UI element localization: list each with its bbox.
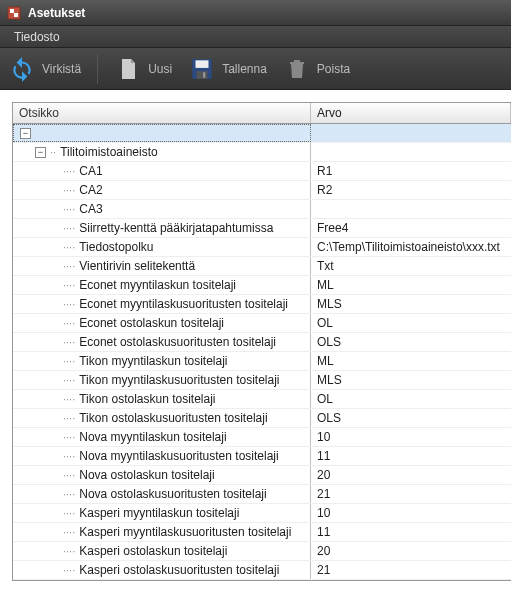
tree-leaf-row[interactable]: ····CA3	[13, 200, 511, 219]
group-value	[311, 143, 511, 161]
tree-connector-icon: ····	[63, 527, 75, 538]
refresh-button[interactable]: Virkistä	[8, 55, 81, 83]
setting-value[interactable]: MLS	[311, 371, 511, 389]
tree-leaf-row[interactable]: ····CA1R1	[13, 162, 511, 181]
tree-leaf-row[interactable]: ····CA2R2	[13, 181, 511, 200]
tree-connector-icon: ··	[50, 147, 56, 158]
setting-name: Kasperi ostolaskusuoritusten tositelaji	[79, 563, 279, 577]
tree-leaf-row[interactable]: ····Econet ostolaskun tositelajiOL	[13, 314, 511, 333]
setting-value[interactable]: OL	[311, 314, 511, 332]
tree-connector-icon: ····	[63, 185, 75, 196]
menu-file[interactable]: Tiedosto	[6, 28, 68, 46]
svg-rect-5	[197, 71, 208, 79]
setting-value[interactable]: 20	[311, 542, 511, 560]
tree-leaf-row[interactable]: ····Econet ostolaskusuoritusten tositela…	[13, 333, 511, 352]
save-icon	[188, 55, 216, 83]
save-button[interactable]: Tallenna	[188, 55, 267, 83]
tree-leaf-row[interactable]: ····Vientirivin selitekenttäTxt	[13, 257, 511, 276]
tree-connector-icon: ····	[63, 546, 75, 557]
tree-leaf-row[interactable]: ····Tikon myyntilaskun tositelajiML	[13, 352, 511, 371]
menu-bar: Tiedosto	[0, 26, 511, 48]
setting-value[interactable]: OLS	[311, 409, 511, 427]
svg-rect-6	[203, 72, 205, 77]
collapse-icon[interactable]: −	[20, 128, 31, 139]
setting-value[interactable]: MLS	[311, 295, 511, 313]
tree-connector-icon: ····	[63, 356, 75, 367]
setting-value[interactable]: Txt	[311, 257, 511, 275]
title-bar: Asetukset	[0, 0, 511, 26]
setting-value[interactable]: 11	[311, 447, 511, 465]
tree-leaf-row[interactable]: ····Kasperi ostolaskun tositelaji20	[13, 542, 511, 561]
setting-value[interactable]: ML	[311, 276, 511, 294]
window-title: Asetukset	[28, 6, 85, 20]
setting-value[interactable]: ML	[311, 352, 511, 370]
tree-leaf-row[interactable]: ····Kasperi myyntilaskusuoritusten tosit…	[13, 523, 511, 542]
tree-connector-icon: ····	[63, 242, 75, 253]
tree-leaf-row[interactable]: ····Tikon ostolaskusuoritusten tositelaj…	[13, 409, 511, 428]
setting-value[interactable]: 21	[311, 485, 511, 503]
delete-icon	[283, 55, 311, 83]
setting-name: CA2	[79, 183, 102, 197]
tree-leaf-row[interactable]: ····Siirretty-kenttä pääkirjatapahtumiss…	[13, 219, 511, 238]
new-button[interactable]: Uusi	[114, 55, 172, 83]
setting-name: Nova myyntilaskun tositelaji	[79, 430, 226, 444]
setting-name: Econet ostolaskun tositelaji	[79, 316, 224, 330]
tree-leaf-row[interactable]: ····Kasperi myyntilaskun tositelaji10	[13, 504, 511, 523]
tree-leaf-row[interactable]: ····Tikon ostolaskun tositelajiOL	[13, 390, 511, 409]
tree-leaf-row[interactable]: ····Kasperi ostolaskusuoritusten tositel…	[13, 561, 511, 580]
tree-connector-icon: ····	[63, 451, 75, 462]
setting-name: Nova myyntilaskusuoritusten tositelaji	[79, 449, 278, 463]
tree-leaf-row[interactable]: ····Nova myyntilaskun tositelaji10	[13, 428, 511, 447]
delete-label: Poista	[317, 62, 350, 76]
settings-grid[interactable]: Otsikko Arvo − − ·· Tilitoimistoaineisto	[12, 102, 511, 581]
setting-name: Tikon ostolaskun tositelaji	[79, 392, 215, 406]
setting-value[interactable]: OLS	[311, 333, 511, 351]
tree-connector-icon: ····	[63, 489, 75, 500]
setting-name: CA1	[79, 164, 102, 178]
toolbar-separator	[97, 54, 98, 84]
tree-connector-icon: ····	[63, 413, 75, 424]
refresh-label: Virkistä	[42, 62, 81, 76]
column-header-name[interactable]: Otsikko	[13, 103, 311, 123]
root-value	[311, 124, 511, 142]
tree-connector-icon: ····	[63, 223, 75, 234]
setting-value[interactable]: 21	[311, 561, 511, 579]
tree-leaf-row[interactable]: ····Nova ostolaskusuoritusten tositelaji…	[13, 485, 511, 504]
setting-value[interactable]: C:\Temp\Tilitoimistoaineisto\xxx.txt	[311, 238, 511, 256]
setting-value[interactable]: R2	[311, 181, 511, 199]
setting-value[interactable]: 10	[311, 504, 511, 522]
svg-rect-4	[196, 60, 209, 68]
tree-connector-icon: ····	[63, 375, 75, 386]
tree-leaf-row[interactable]: ····Econet myyntilaskusuoritusten tosite…	[13, 295, 511, 314]
tree-connector-icon: ····	[63, 337, 75, 348]
setting-name: Kasperi myyntilaskusuoritusten tositelaj…	[79, 525, 291, 539]
tree-leaf-row[interactable]: ····TiedostopolkuC:\Temp\Tilitoimistoain…	[13, 238, 511, 257]
setting-value[interactable]: Free4	[311, 219, 511, 237]
setting-name: Kasperi myyntilaskun tositelaji	[79, 506, 239, 520]
column-header-value[interactable]: Arvo	[311, 103, 511, 123]
setting-value[interactable]: OL	[311, 390, 511, 408]
setting-name: Nova ostolaskusuoritusten tositelaji	[79, 487, 266, 501]
collapse-icon[interactable]: −	[35, 147, 46, 158]
tree-connector-icon: ····	[63, 261, 75, 272]
tree-root-row[interactable]: −	[13, 124, 511, 143]
tree-leaf-row[interactable]: ····Nova ostolaskun tositelaji20	[13, 466, 511, 485]
setting-value[interactable]: 11	[311, 523, 511, 541]
setting-value[interactable]: 10	[311, 428, 511, 446]
setting-name: CA3	[79, 202, 102, 216]
tree-leaf-row[interactable]: ····Econet myyntilaskun tositelajiML	[13, 276, 511, 295]
setting-value[interactable]: R1	[311, 162, 511, 180]
tree-leaf-row[interactable]: ····Nova myyntilaskusuoritusten tositela…	[13, 447, 511, 466]
save-label: Tallenna	[222, 62, 267, 76]
refresh-icon	[8, 55, 36, 83]
tree-connector-icon: ····	[63, 204, 75, 215]
setting-value[interactable]	[311, 200, 511, 218]
tree-connector-icon: ····	[63, 318, 75, 329]
delete-button[interactable]: Poista	[283, 55, 350, 83]
tree-connector-icon: ····	[63, 394, 75, 405]
tree-group-row[interactable]: − ·· Tilitoimistoaineisto	[13, 143, 511, 162]
setting-value[interactable]: 20	[311, 466, 511, 484]
grid-body: − − ·· Tilitoimistoaineisto ····CA1R1···…	[13, 124, 511, 580]
svg-rect-7	[290, 62, 304, 64]
tree-leaf-row[interactable]: ····Tikon myyntilaskusuoritusten tositel…	[13, 371, 511, 390]
